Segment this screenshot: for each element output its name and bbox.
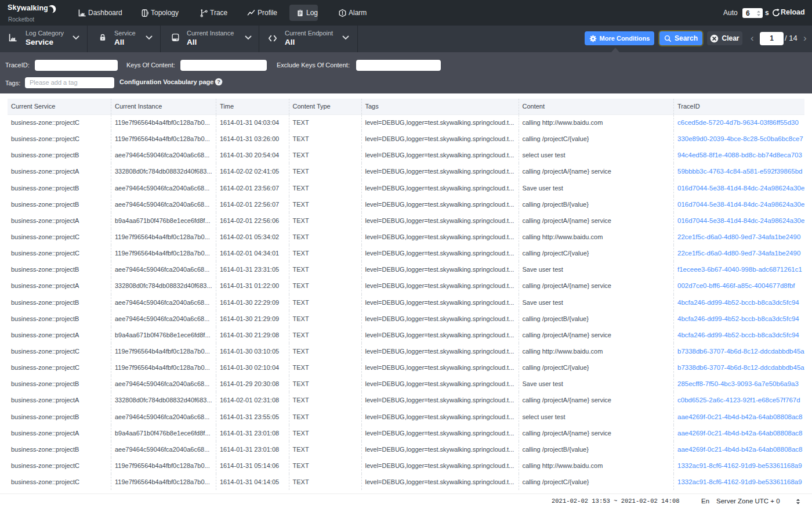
svg-text:?: ? xyxy=(217,79,220,85)
